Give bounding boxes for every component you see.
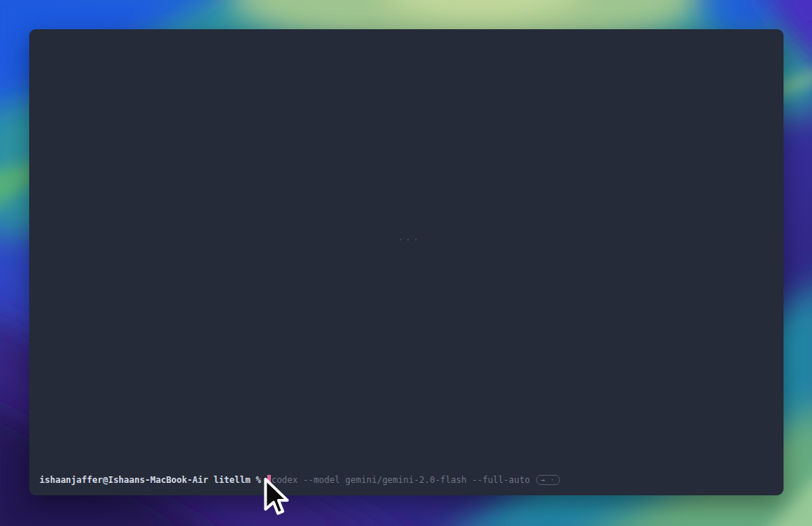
autocomplete-hint-badge: → · [536, 475, 560, 485]
terminal-prompt-line: ishaanjaffer@Ishaans-MacBook-Air litellm… [39, 474, 560, 486]
shell-prompt: ishaanjaffer@Ishaans-MacBook-Air litellm… [39, 474, 267, 486]
suggested-command: codex --model gemini/gemini-2.0-flash --… [272, 474, 530, 486]
terminal-window[interactable]: ··· ishaanjaffer@Ishaans-MacBook-Air lit… [29, 29, 784, 495]
text-cursor [267, 475, 271, 485]
loading-indicator: ··· [398, 235, 421, 245]
